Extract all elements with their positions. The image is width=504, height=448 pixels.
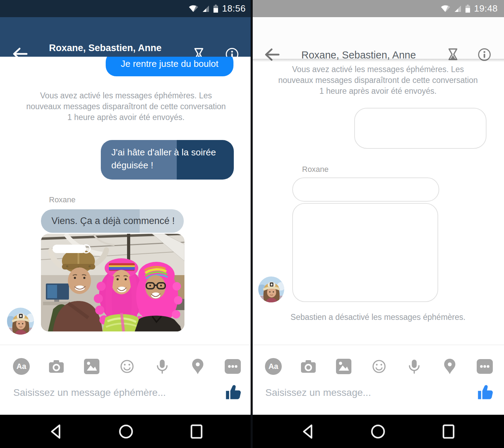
message-list[interactable]: Vous avez activé les messages éphémères.… [252, 62, 504, 345]
text-format-button[interactable]: Aa [13, 358, 30, 375]
message-input[interactable]: Saisissez un message éphémère... [13, 387, 166, 398]
ephemeral-received-message-bubble[interactable]: Viens. Ça a déjà commencé ! [41, 209, 184, 233]
avatar[interactable] [258, 276, 284, 302]
camera-icon [48, 359, 64, 374]
nav-back-button[interactable] [301, 424, 316, 439]
more-options-button[interactable] [224, 358, 241, 375]
message-line: J'ai hâte d'aller à la soirée [111, 146, 230, 159]
conversation-title: Roxane, Sebastien, Anne [49, 43, 162, 54]
location-button[interactable] [189, 358, 206, 375]
photo-timer-ring [82, 244, 91, 253]
camera-button[interactable] [48, 358, 65, 375]
nav-back-button[interactable] [49, 424, 64, 439]
nav-home-button[interactable] [118, 424, 134, 439]
location-icon [191, 358, 205, 375]
gallery-button[interactable] [83, 358, 100, 375]
system-message: Vous avez activé les messages éphémères.… [21, 90, 231, 123]
expired-photo-message-bubble [292, 203, 438, 302]
microphone-icon [154, 359, 170, 374]
ephemeral-sent-message-bubble[interactable]: J'ai hâte d'aller à la soirée déguisée ! [101, 140, 234, 180]
text-format-button[interactable]: Aa [265, 358, 282, 375]
system-message-line: nouveaux messages disparaîtront de cette… [21, 101, 231, 112]
emoji-icon [119, 358, 135, 374]
camera-icon [300, 359, 316, 374]
avatar-image [258, 276, 284, 302]
screenshot-ephemeral-on: 18:56 Roxane, Sebastien, Anne Messages é… [0, 0, 252, 448]
expired-received-message-bubble [292, 177, 439, 202]
message-input[interactable]: Saisissez un message... [265, 387, 371, 398]
more-options-button[interactable] [476, 358, 493, 375]
sender-name-label: Roxane [302, 165, 329, 174]
camera-button[interactable] [300, 358, 317, 375]
microphone-button[interactable] [153, 358, 171, 375]
composer-bar: Aa Saisissez un message éphémère... [0, 345, 252, 415]
system-message-line: 1 heure après avoir été envoyés. [21, 112, 231, 123]
like-button[interactable] [224, 382, 242, 400]
microphone-icon [406, 359, 422, 374]
battery-icon [465, 5, 470, 13]
message-list[interactable]: Je rentre juste du boulot Vous avez acti… [0, 57, 252, 345]
nav-recents-button[interactable] [189, 424, 204, 439]
system-message-line: nouveaux messages disparaîtront de cette… [273, 75, 483, 86]
sender-name-label: Roxane [49, 195, 76, 204]
more-options-icon [225, 358, 241, 374]
text-format-icon: Aa [13, 358, 30, 375]
party-photo[interactable] [41, 234, 184, 331]
system-message: Vous avez activé les messages éphémères.… [273, 64, 483, 97]
android-navbar [0, 415, 252, 448]
wifi-icon [189, 5, 198, 13]
photo-timer-pill [52, 245, 86, 253]
message-line: déguisée ! [111, 159, 230, 172]
status-bar: 18:56 [0, 0, 252, 17]
conversation-header: Roxane, Sebastien, Anne Messages éphémèr… [0, 17, 252, 57]
gallery-icon [336, 358, 352, 374]
system-message-line: Vous avez activé les messages éphémères.… [21, 90, 231, 101]
like-button[interactable] [476, 382, 494, 400]
screenshot-ephemeral-expired: 19:48 Roxane, Sebastien, Anne Vous avez … [252, 0, 504, 448]
emoji-button[interactable] [118, 358, 136, 375]
composer-bar: Aa Saisissez un message... [252, 345, 504, 415]
system-message-ended: Sebastien a désactivé les messages éphém… [255, 312, 500, 323]
gallery-button[interactable] [335, 358, 352, 375]
more-options-icon [477, 358, 493, 374]
gallery-icon [84, 358, 100, 374]
sent-message-bubble[interactable]: Je rentre juste du boulot [106, 57, 233, 76]
nav-home-button[interactable] [370, 424, 386, 439]
microphone-button[interactable] [405, 358, 423, 375]
expired-sent-message-bubble [354, 108, 486, 149]
system-message-line: Vous avez activé les messages éphémères.… [273, 64, 483, 75]
clock: 19:48 [474, 3, 498, 14]
signal-icon [202, 5, 210, 13]
emoji-icon [371, 358, 387, 374]
location-icon [443, 358, 457, 375]
android-navbar [252, 415, 504, 448]
emoji-button[interactable] [370, 358, 388, 375]
battery-icon [213, 5, 218, 13]
status-bar: 19:48 [252, 0, 504, 17]
header-shadow [252, 59, 504, 62]
wifi-icon [441, 5, 450, 13]
avatar-image [7, 308, 34, 335]
system-message-line: 1 heure après avoir été envoyés. [273, 86, 483, 97]
text-format-icon: Aa [265, 358, 282, 375]
screenshot-divider [251, 0, 253, 448]
avatar[interactable] [7, 308, 34, 335]
clock: 18:56 [222, 3, 246, 14]
nav-recents-button[interactable] [441, 424, 456, 439]
conversation-header: Roxane, Sebastien, Anne [252, 17, 504, 59]
location-button[interactable] [441, 358, 458, 375]
signal-icon [454, 5, 462, 13]
